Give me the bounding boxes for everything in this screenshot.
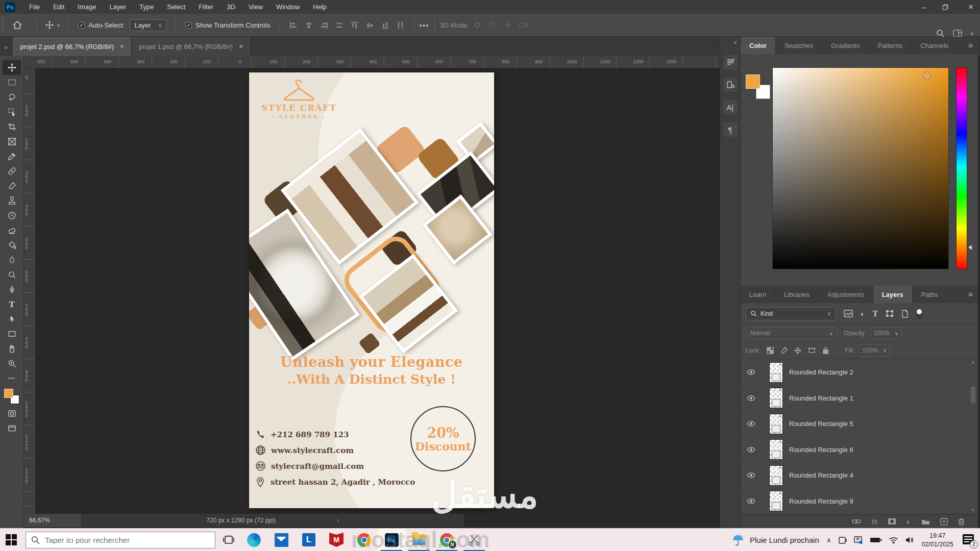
layer-row[interactable]: Rounded Rectangle 2 — [741, 360, 978, 386]
menu-item[interactable]: Edit — [46, 3, 71, 11]
move-tool[interactable] — [3, 60, 21, 75]
menu-item[interactable]: Help — [306, 3, 333, 11]
menu-item[interactable]: Image — [71, 3, 103, 11]
zoom-tool[interactable] — [3, 356, 21, 371]
layers-scrollbar[interactable]: ∧ ∨ — [969, 360, 977, 514]
taskbar-app-photoshop[interactable]: Ps — [378, 529, 405, 551]
show-transform-option[interactable]: ✓ Show Transform Controls — [185, 21, 271, 29]
panel-tab[interactable]: Color — [741, 37, 776, 54]
notification-center[interactable]: 2 — [963, 534, 976, 546]
path-selection-tool[interactable] — [3, 312, 21, 327]
frame-tool[interactable] — [3, 134, 21, 149]
more-options-icon[interactable]: ••• — [420, 21, 430, 29]
pen-tool[interactable] — [3, 282, 21, 297]
document-tab-active[interactable]: projet 2.psd @ 66,7% (RGB/8#) × — [13, 37, 132, 56]
layer-thumbnail[interactable] — [769, 465, 783, 486]
taskbar-app-chrome-profile[interactable]: N — [433, 529, 460, 551]
panel-tab[interactable]: Adjustments — [819, 286, 873, 303]
task-view-button[interactable] — [217, 529, 240, 551]
taskbar-app-mail[interactable] — [267, 529, 295, 551]
taskbar-app-mcafee[interactable]: M — [323, 529, 350, 551]
vertical-ruler[interactable]: 0100200300400500600700800900100011001200 — [24, 68, 36, 514]
new-group-icon[interactable] — [921, 518, 930, 525]
panel-tab[interactable]: Paths — [913, 286, 947, 303]
minimize-icon[interactable]: – — [919, 3, 929, 11]
healing-brush-tool[interactable] — [3, 164, 21, 179]
link-layers-icon[interactable] — [852, 518, 861, 524]
history-brush-tool[interactable] — [3, 208, 21, 223]
auto-select-option[interactable]: ✓ Auto-Select: Layer∨ — [78, 19, 166, 31]
update-sync-icon[interactable] — [854, 536, 863, 544]
visibility-eye-icon[interactable] — [747, 498, 755, 504]
visibility-eye-icon[interactable] — [747, 395, 755, 401]
layer-mask-icon[interactable] — [888, 518, 896, 525]
lock-artboard-icon[interactable] — [808, 347, 816, 354]
tab-overflow-icon[interactable]: » — [0, 43, 13, 56]
glyphs-panel-icon[interactable] — [723, 55, 738, 69]
filter-smart-object-icon[interactable] — [901, 310, 909, 318]
layer-thumbnail[interactable] — [769, 439, 783, 460]
layer-name[interactable]: Rounded Rectangle 4 — [789, 471, 853, 479]
distribute-horizontal-icon[interactable] — [335, 21, 344, 29]
tablet-mode-icon[interactable] — [838, 536, 847, 544]
tray-expand-icon[interactable]: ∧ — [826, 536, 831, 544]
taskbar-app-explorer[interactable] — [405, 529, 433, 551]
start-button[interactable] — [0, 529, 22, 551]
layer-name[interactable]: Rounded Rectangle 2 — [789, 368, 853, 376]
menu-item[interactable]: 3D — [220, 3, 242, 11]
filter-toggle-icon[interactable] — [916, 309, 922, 319]
menu-item[interactable]: File — [22, 3, 46, 11]
export-panel-icon[interactable] — [723, 78, 738, 92]
close-icon[interactable]: × — [120, 42, 124, 51]
menu-item[interactable]: Filter — [192, 3, 220, 11]
auto-select-checkbox[interactable]: ✓ — [78, 22, 85, 29]
show-transform-checkbox[interactable]: ✓ — [185, 22, 192, 29]
align-left-icon[interactable] — [289, 21, 298, 29]
weather-widget[interactable]: Pluie Lundi prochain — [731, 534, 819, 547]
align-middle-vertical-icon[interactable] — [366, 21, 374, 29]
horizontal-ruler[interactable]: 6005004003002001000100200300400500600700… — [24, 56, 720, 68]
wifi-icon[interactable] — [889, 537, 898, 544]
eraser-tool[interactable] — [3, 223, 21, 238]
foreground-color-swatch[interactable] — [746, 74, 760, 89]
menu-item[interactable]: Layer — [103, 3, 133, 11]
canvas-area[interactable]: STYLE CRAFT - CLOTHES - — [36, 68, 720, 528]
color-swatch-pair[interactable] — [746, 74, 770, 99]
paint-bucket-tool[interactable] — [3, 238, 21, 253]
lasso-tool[interactable] — [3, 90, 21, 105]
document-canvas[interactable]: STYLE CRAFT - CLOTHES - — [249, 72, 494, 508]
workspace-icon[interactable] — [953, 30, 962, 37]
close-icon[interactable]: × — [966, 2, 976, 12]
eyedropper-tool[interactable] — [3, 149, 21, 164]
document-tab-inactive[interactable]: projet 1.psd @ 66,7% (RGB/8#) × — [132, 37, 251, 56]
taskbar-app-edge[interactable] — [240, 529, 267, 551]
distribute-vertical-icon[interactable] — [397, 21, 405, 29]
filter-shape-icon[interactable] — [886, 310, 894, 317]
layer-thumbnail[interactable] — [769, 414, 783, 434]
panel-tab[interactable]: Learn — [741, 286, 775, 303]
panel-tab[interactable]: Swatches — [776, 37, 822, 54]
layer-thumbnail[interactable] — [769, 491, 783, 511]
fill-field[interactable]: 100%∨ — [859, 344, 890, 357]
opacity-field[interactable]: 100%∨ — [870, 327, 902, 339]
auto-select-dropdown[interactable]: Layer∨ — [130, 19, 166, 31]
layer-row[interactable]: Rounded Rectangle 9 — [741, 489, 978, 515]
layer-style-icon[interactable]: fx — [871, 518, 877, 525]
adjustment-layer-icon[interactable]: ◐ — [906, 517, 911, 526]
panel-tab[interactable]: Gradients — [822, 37, 869, 54]
dodge-tool[interactable] — [3, 267, 21, 282]
layer-row[interactable]: Rounded Rectangle 4 — [741, 463, 978, 489]
object-selection-tool[interactable] — [3, 105, 21, 119]
layer-name[interactable]: Rounded Rectangle 6 — [789, 446, 853, 454]
lock-position-icon[interactable] — [794, 347, 801, 354]
layer-name[interactable]: Rounded Rectangle 5 — [789, 420, 853, 428]
color-cursor-icon[interactable] — [924, 72, 930, 79]
align-top-icon[interactable] — [351, 21, 359, 29]
quick-mask-icon[interactable] — [3, 406, 21, 421]
scroll-down-icon[interactable]: ∨ — [971, 507, 975, 512]
battery-icon[interactable] — [870, 537, 882, 543]
panel-tab[interactable]: Layers — [873, 286, 913, 303]
align-right-icon[interactable] — [320, 21, 328, 29]
taskbar-app-snipping[interactable] — [460, 529, 488, 551]
layer-row[interactable]: Rounded Rectangle 5 — [741, 411, 978, 437]
